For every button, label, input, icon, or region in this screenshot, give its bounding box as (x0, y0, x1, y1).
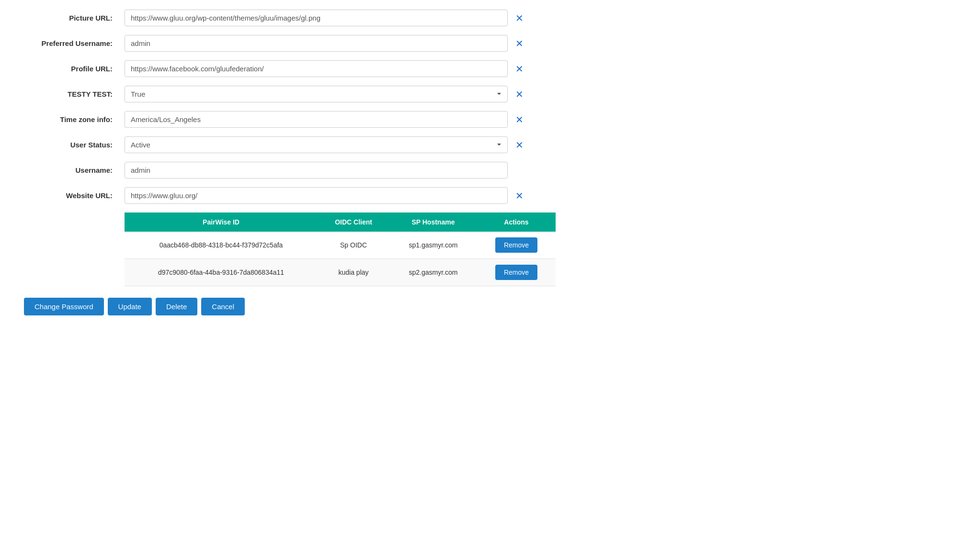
label-testy-test: TESTY TEST: (14, 90, 120, 98)
change-password-button[interactable]: Change Password (24, 298, 104, 315)
field-row-preferred-username: Preferred Username:✕ (14, 35, 704, 52)
remove-icon-profile-url[interactable]: ✕ (513, 63, 526, 75)
sp-hostname-1: sp2.gasmyr.com (389, 259, 477, 286)
col-oidc-client: OIDC Client (318, 213, 389, 232)
field-row-website-url: Website URL:✕ (14, 187, 704, 204)
col-pairwise-id: PairWise ID (125, 213, 318, 232)
table-header-row: PairWise ID OIDC Client SP Hostname Acti… (125, 213, 556, 232)
remove-icon-picture-url[interactable]: ✕ (513, 12, 526, 24)
select-user-status[interactable]: ActiveInactive (125, 136, 508, 153)
input-preferred-username[interactable] (125, 35, 508, 52)
label-website-url: Website URL: (14, 191, 120, 200)
table-body: 0aacb468-db88-4318-bc44-f379d72c5afaSp O… (125, 232, 556, 286)
input-picture-url[interactable] (125, 10, 508, 26)
input-wrap-website-url (125, 187, 508, 204)
cancel-button[interactable]: Cancel (201, 298, 245, 315)
pairwise-id-1: d97c9080-6faa-44ba-9316-7da806834a11 (125, 259, 318, 286)
pairwise-table-wrap: PairWise ID OIDC Client SP Hostname Acti… (125, 213, 556, 286)
fields-container: Picture URL:✕Preferred Username:✕Profile… (14, 10, 704, 204)
field-row-username: Username: (14, 162, 704, 179)
input-username[interactable] (125, 162, 508, 179)
label-timezone-info: Time zone info: (14, 115, 120, 123)
label-preferred-username: Preferred Username: (14, 39, 120, 47)
label-profile-url: Profile URL: (14, 65, 120, 73)
label-user-status: User Status: (14, 141, 120, 149)
remove-row-button-0[interactable]: Remove (495, 237, 537, 253)
input-wrap-profile-url (125, 60, 508, 77)
field-row-picture-url: Picture URL:✕ (14, 10, 704, 26)
select-testy-test[interactable]: TrueFalse (125, 86, 508, 102)
table-row: 0aacb468-db88-4318-bc44-f379d72c5afaSp O… (125, 232, 556, 259)
input-wrap-picture-url (125, 10, 508, 26)
input-wrap-username (125, 162, 508, 179)
table-header: PairWise ID OIDC Client SP Hostname Acti… (125, 213, 556, 232)
pairwise-table: PairWise ID OIDC Client SP Hostname Acti… (125, 213, 556, 286)
field-row-profile-url: Profile URL:✕ (14, 60, 704, 77)
remove-icon-website-url[interactable]: ✕ (513, 190, 526, 202)
input-wrap-timezone-info (125, 111, 508, 128)
remove-icon-user-status[interactable]: ✕ (513, 139, 526, 151)
form-container: Picture URL:✕Preferred Username:✕Profile… (0, 0, 718, 335)
footer-buttons: Change Password Update Delete Cancel (14, 298, 704, 315)
label-picture-url: Picture URL: (14, 14, 120, 22)
input-wrap-user-status: ActiveInactive (125, 136, 508, 153)
remove-icon-preferred-username[interactable]: ✕ (513, 38, 526, 49)
remove-icon-testy-test[interactable]: ✕ (513, 89, 526, 100)
update-button[interactable]: Update (108, 298, 152, 315)
field-row-user-status: User Status:ActiveInactive✕ (14, 136, 704, 153)
label-username: Username: (14, 166, 120, 174)
field-row-timezone-info: Time zone info:✕ (14, 111, 704, 128)
input-website-url[interactable] (125, 187, 508, 204)
action-cell-1: Remove (477, 259, 556, 286)
input-profile-url[interactable] (125, 60, 508, 77)
oidc-client-1: kudia play (318, 259, 389, 286)
oidc-client-0: Sp OIDC (318, 232, 389, 259)
remove-icon-timezone-info[interactable]: ✕ (513, 114, 526, 125)
remove-row-button-1[interactable]: Remove (495, 265, 537, 280)
col-sp-hostname: SP Hostname (389, 213, 477, 232)
input-wrap-testy-test: TrueFalse (125, 86, 508, 102)
table-row: d97c9080-6faa-44ba-9316-7da806834a11kudi… (125, 259, 556, 286)
pairwise-id-0: 0aacb468-db88-4318-bc44-f379d72c5afa (125, 232, 318, 259)
action-cell-0: Remove (477, 232, 556, 259)
field-row-testy-test: TESTY TEST:TrueFalse✕ (14, 86, 704, 102)
input-wrap-preferred-username (125, 35, 508, 52)
input-timezone-info[interactable] (125, 111, 508, 128)
delete-button[interactable]: Delete (156, 298, 197, 315)
sp-hostname-0: sp1.gasmyr.com (389, 232, 477, 259)
col-actions: Actions (477, 213, 556, 232)
